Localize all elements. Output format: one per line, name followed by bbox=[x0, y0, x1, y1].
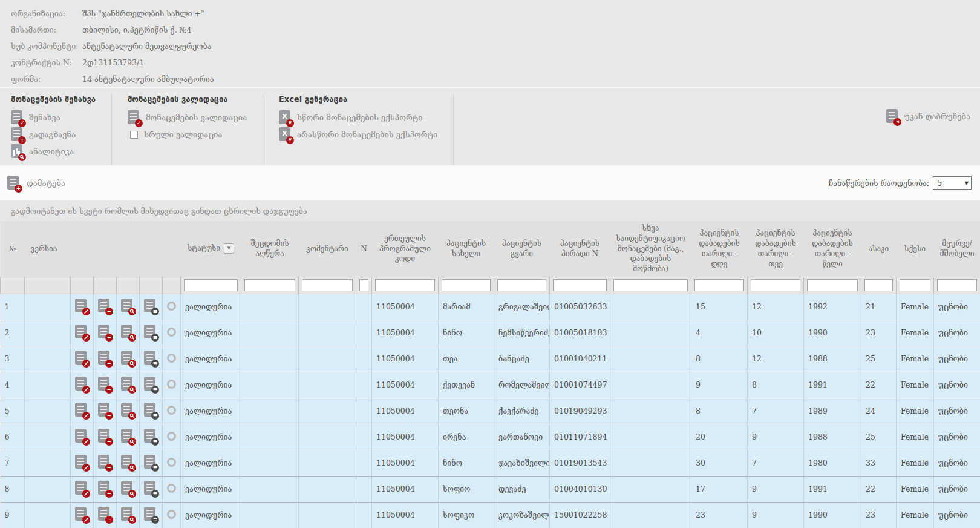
delete-row-icon[interactable]: − bbox=[98, 351, 112, 366]
view-row-icon[interactable] bbox=[121, 403, 135, 418]
row-first-name: სოფიკო bbox=[439, 502, 494, 528]
row-radio[interactable] bbox=[167, 432, 176, 441]
filter-input-error[interactable] bbox=[244, 279, 295, 291]
delete-row-icon[interactable]: − bbox=[98, 481, 112, 496]
view-row-icon[interactable] bbox=[121, 377, 135, 392]
details-row-icon[interactable]: ≡ bbox=[144, 455, 158, 470]
status-filter-button[interactable]: ▼ bbox=[224, 243, 234, 254]
header-personal-n[interactable]: პაციენტის პირადი N bbox=[550, 221, 610, 277]
details-row-icon[interactable]: ≡ bbox=[144, 325, 158, 340]
header-comment[interactable]: კომენტარი bbox=[299, 221, 356, 277]
row-radio[interactable] bbox=[167, 406, 176, 415]
send-button[interactable]: + გადაგზავნა bbox=[11, 126, 96, 143]
export-invalid-button[interactable]: ▼ არასწორი მონაცემების ექსპორტი bbox=[279, 126, 437, 143]
edit-row-icon[interactable] bbox=[75, 299, 89, 314]
header-birth-year[interactable]: პაციენტის დაბადების თარიღი - წელი bbox=[804, 221, 861, 277]
edit-row-icon[interactable] bbox=[75, 377, 89, 392]
export-valid-button[interactable]: ▼ სწორი მონაცემების ექსპორტი bbox=[279, 109, 437, 126]
header-error[interactable]: შეცდომის აღწერა bbox=[241, 221, 299, 277]
edit-row-icon[interactable] bbox=[75, 481, 89, 496]
row-radio[interactable] bbox=[167, 484, 176, 493]
filter-input-comment[interactable] bbox=[302, 279, 353, 291]
filter-input-first-name[interactable] bbox=[442, 279, 491, 291]
filter-input-status[interactable] bbox=[184, 279, 238, 291]
header-number[interactable]: № bbox=[1, 221, 25, 277]
details-row-icon[interactable]: ≡ bbox=[144, 481, 158, 496]
filter-input-personal-n[interactable] bbox=[553, 279, 607, 291]
filter-input-birth-year[interactable] bbox=[807, 279, 858, 291]
header-first-name[interactable]: პაციენტის სახელი bbox=[439, 221, 494, 277]
back-button[interactable]: ◄ უკან დაბრუნება bbox=[886, 108, 970, 125]
details-row-icon[interactable]: ≡ bbox=[144, 403, 158, 418]
edit-row-icon[interactable] bbox=[75, 351, 89, 366]
row-comment bbox=[299, 372, 356, 398]
delete-row-icon[interactable]: − bbox=[98, 377, 112, 392]
details-row-icon[interactable]: ≡ bbox=[144, 377, 158, 392]
row-birth-month: 12 bbox=[748, 346, 804, 372]
header-birth-day[interactable]: პაციენტის დაბადების თარიღი - დღე bbox=[691, 221, 748, 277]
delete-row-icon[interactable]: − bbox=[98, 299, 112, 314]
filter-input-last-name[interactable] bbox=[497, 279, 546, 291]
row-birth-year: 1988 bbox=[804, 424, 861, 450]
delete-row-icon[interactable]: − bbox=[98, 455, 112, 470]
chevron-down-icon: ▼ bbox=[965, 180, 969, 186]
row-radio[interactable] bbox=[167, 458, 176, 467]
row-guardian: უცნობი bbox=[934, 294, 980, 320]
header-version[interactable]: ვერსია bbox=[25, 221, 71, 277]
edit-row-icon[interactable] bbox=[75, 455, 89, 470]
view-row-icon[interactable] bbox=[121, 429, 135, 444]
header-unit-code[interactable]: ერთეულის პროგრამული კოდი bbox=[372, 221, 439, 277]
header-sex[interactable]: სქესი bbox=[897, 221, 934, 277]
header-age[interactable]: ასაკი bbox=[861, 221, 897, 277]
group-hint-text: გადმოიტანეთ ის სვეტი რომლის მიხედვითაც გ… bbox=[11, 206, 307, 216]
delete-row-icon[interactable]: − bbox=[98, 507, 112, 522]
row-birth-year: 1992 bbox=[804, 294, 861, 320]
row-status: ვალიდურია bbox=[181, 476, 241, 502]
row-radio[interactable] bbox=[167, 510, 176, 519]
full-validation-checkbox[interactable] bbox=[130, 131, 138, 139]
edit-row-icon[interactable] bbox=[75, 507, 89, 522]
details-row-icon[interactable]: ≡ bbox=[144, 429, 158, 444]
row-radio[interactable] bbox=[167, 380, 176, 389]
view-row-icon[interactable] bbox=[121, 299, 135, 314]
header-n[interactable]: N bbox=[356, 221, 372, 277]
row-radio[interactable] bbox=[167, 328, 176, 337]
view-row-icon[interactable] bbox=[121, 455, 135, 470]
analytics-button[interactable]: ანალიტიკა bbox=[11, 143, 96, 160]
group-data-validation: მონაცემების ვალიდაცია ✓ მონაცემების ვალი… bbox=[128, 94, 263, 165]
details-row-icon[interactable]: ≡ bbox=[144, 507, 158, 522]
view-row-icon[interactable] bbox=[121, 481, 135, 496]
header-other-id[interactable]: სხვა საიდენტიფიკაციო მონაცემები (მაგ., დ… bbox=[610, 221, 691, 277]
save-button[interactable]: ✓ შენახვა bbox=[11, 109, 96, 126]
filter-input-birth-month[interactable] bbox=[751, 279, 800, 291]
validate-button[interactable]: ✓ მონაცემების ვალიდაცია bbox=[128, 109, 247, 126]
filter-input-age[interactable] bbox=[864, 279, 893, 291]
delete-row-icon[interactable]: − bbox=[98, 429, 112, 444]
filter-input-n[interactable] bbox=[359, 279, 368, 291]
view-row-icon[interactable] bbox=[121, 325, 135, 340]
delete-row-icon[interactable]: − bbox=[98, 403, 112, 418]
filter-input-sex[interactable] bbox=[900, 279, 930, 291]
view-row-icon[interactable] bbox=[121, 507, 135, 522]
details-row-icon[interactable]: ≡ bbox=[144, 299, 158, 314]
edit-row-icon[interactable] bbox=[75, 429, 89, 444]
filter-input-birth-day[interactable] bbox=[694, 279, 744, 291]
view-row-icon[interactable] bbox=[121, 351, 135, 366]
header-guardian[interactable]: მეურვე/მშობელი bbox=[934, 221, 980, 277]
filter-input-unit-code[interactable] bbox=[375, 279, 435, 291]
header-birth-month[interactable]: პაციენტის დაბადების თარიღი - თვე bbox=[748, 221, 804, 277]
row-birth-month: 9 bbox=[748, 502, 804, 528]
add-record-button[interactable]: + დამატება bbox=[7, 176, 65, 191]
header-last-name[interactable]: პაციენტის გვარი bbox=[494, 221, 550, 277]
row-radio[interactable] bbox=[167, 302, 176, 311]
filter-input-guardian[interactable] bbox=[937, 279, 977, 291]
row-first-name: ნინო bbox=[439, 450, 494, 476]
filter-input-other-id[interactable] bbox=[613, 279, 688, 291]
edit-row-icon[interactable] bbox=[75, 403, 89, 418]
details-row-icon[interactable]: ≡ bbox=[144, 351, 158, 366]
records-count-select[interactable]: 5 ▼ bbox=[933, 176, 972, 190]
edit-row-icon[interactable] bbox=[75, 325, 89, 340]
delete-row-icon[interactable]: − bbox=[98, 325, 112, 340]
header-status[interactable]: სტატუსი▼ bbox=[181, 221, 241, 277]
row-radio[interactable] bbox=[167, 354, 176, 363]
